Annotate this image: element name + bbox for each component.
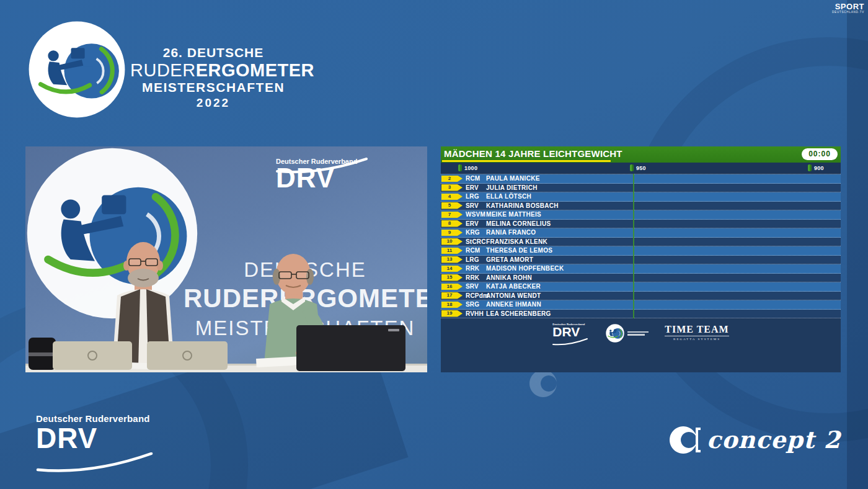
athlete-name: GRETA AMORT	[486, 256, 533, 263]
club-code: RVHH	[466, 310, 484, 317]
broadcaster-logo: SPORT DEUTSCHLAND.TV	[832, 3, 864, 14]
result-row: 8 ERV MELINA CORNELIUS	[441, 220, 841, 229]
result-row: 2 RCM PAULA MANICKE	[441, 174, 841, 184]
athlete-name: MELINA CORNELIUS	[486, 220, 551, 227]
lane-badge: 3	[441, 184, 463, 191]
background-shadow-edge	[847, 0, 868, 489]
rower-emblem-icon	[28, 20, 126, 119]
event-title-line3: MEISTERSCHAFTEN	[130, 80, 296, 95]
club-code: ERV	[466, 184, 479, 191]
footer-event-logo	[606, 324, 649, 343]
result-row: 15 RRK ANNIKA ROHN	[441, 274, 841, 283]
bottom-drv-logo: Deutscher Ruderverband DRV	[36, 413, 172, 473]
result-row: 4 LRG ELLA LÖTSCH	[441, 192, 841, 202]
laptop-left	[53, 341, 132, 370]
club-code: LRG	[466, 193, 479, 200]
athlete-name: MEIKE MATTHEIS	[486, 211, 541, 218]
lane-badge: 16	[441, 284, 463, 290]
result-row: 18 SRG ANNEKE IHMANN	[441, 300, 841, 310]
result-row: 9 KRG RANIA FRANCO	[441, 228, 841, 238]
scoreboard: MÄDCHEN 14 JAHRE LEICHTGEWICHT 00:00 100…	[441, 146, 841, 372]
drv-logo-text: DRV	[36, 425, 172, 452]
club-code: KRG	[466, 229, 480, 236]
scoreboard-footer: Deutscher Ruderverband DRV TIME TEAM REG…	[441, 318, 841, 372]
scoreboard-header: MÄDCHEN 14 JAHRE LEICHTGEWICHT 00:00	[441, 146, 841, 163]
lane-badge: 18	[441, 302, 463, 308]
athlete-name: KATJA ABECKER	[486, 283, 541, 290]
laptop-right	[296, 325, 405, 371]
result-rows: 2 RCM PAULA MANICKE 3 ERV JULIA DIETRICH…	[441, 174, 841, 318]
event-logo: 26. DEUTSCHE RUDERERGOMETER MEISTERSCHAF…	[28, 20, 294, 120]
lane-badge: 10	[441, 238, 463, 245]
event-title-line2: RUDERERGOMETER	[130, 60, 296, 80]
result-row: 14 RRK MADISON HOPFENBECK	[441, 264, 841, 274]
athlete-name: KATHARINA BOSBACH	[486, 202, 559, 209]
race-title: MÄDCHEN 14 JAHRE LEICHTGEWICHT	[444, 148, 622, 159]
result-row: 11 RCM THERESA DE LEMOS	[441, 246, 841, 256]
event-title-year: 2022	[130, 96, 296, 109]
club-code: WSVM	[466, 211, 485, 218]
athlete-name: ANNEKE IHMANN	[486, 301, 541, 308]
commentators-scene	[25, 146, 427, 372]
athlete-name: PAULA MANICKE	[486, 175, 540, 182]
athlete-name: THERESA DE LEMOS	[486, 247, 552, 254]
race-position-line	[633, 174, 634, 318]
timeteam-text: TIME TEAM	[665, 324, 728, 335]
athlete-name: FRANZISKA KLENK	[486, 238, 547, 245]
lane-badge: 11	[441, 248, 463, 254]
result-row: 16 SRV KATJA ABECKER	[441, 282, 841, 292]
club-code: StCRC	[466, 238, 486, 245]
event-logo-smalltext	[627, 330, 649, 337]
marker-label: 900	[814, 165, 824, 171]
result-row: 5 SRV KATHARINA BOSBACH	[441, 202, 841, 211]
drv-logo-text: DRV	[552, 326, 590, 338]
result-row: 10 StCRC FRANZISKA KLENK	[441, 238, 841, 247]
broadcaster-name: SPORT	[832, 3, 864, 11]
distance-markers: 1000 950 900	[441, 163, 841, 174]
athlete-name: MADISON HOPFENBECK	[486, 265, 564, 272]
marker-label: 950	[636, 165, 646, 171]
event-title: 26. DEUTSCHE RUDERERGOMETER MEISTERSCHAF…	[130, 45, 296, 109]
club-code: RCM	[466, 175, 480, 182]
laptop-middle	[147, 341, 228, 370]
footer-timeteam-logo: TIME TEAM REGATTA SYSTEMS	[665, 324, 728, 341]
video-feed: DEUTSCHE RUDERERGOMETER MEISTERSCHAFTEN …	[25, 146, 427, 372]
athlete-name: JULIA DIETRICH	[486, 184, 538, 191]
lane-badge: 19	[441, 310, 463, 317]
broadcaster-subname: DEUTSCHLAND.TV	[832, 11, 864, 14]
distance-marker: 950	[630, 164, 646, 171]
concept2-mark-icon	[670, 426, 702, 454]
lane-badge: 13	[441, 256, 463, 263]
thermos	[29, 338, 56, 370]
club-code: SRV	[466, 283, 479, 290]
club-code: RRK	[466, 265, 479, 272]
background-concept2-watermark	[528, 369, 562, 398]
club-code: RCPdm	[466, 292, 489, 299]
marker-flag-icon	[808, 164, 812, 171]
timeteam-subtext: REGATTA SYSTEMS	[665, 336, 728, 341]
rower-emblem-icon	[606, 324, 624, 343]
concept2-logo: concept 2	[670, 426, 841, 454]
race-timer: 00:00	[802, 148, 838, 160]
lane-badge: 14	[441, 266, 463, 272]
marker-label: 1000	[464, 165, 477, 171]
result-row: 3 ERV JULIA DIETRICH	[441, 184, 841, 193]
athlete-name: ANTONIA WENDT	[486, 292, 541, 299]
distance-marker: 900	[808, 164, 824, 171]
lane-badge: 9	[441, 230, 463, 236]
athlete-name: RANIA FRANCO	[486, 229, 536, 236]
club-code: RCM	[466, 247, 480, 254]
drv-swoosh-icon	[552, 338, 588, 346]
result-row: 19 RVHH LEA SCHERENBERG	[441, 310, 841, 319]
distance-marker: 1000	[458, 164, 477, 171]
lane-badge: 4	[441, 194, 463, 200]
race-title-underline	[442, 160, 611, 162]
result-row: 17 RCPdm ANTONIA WENDT	[441, 292, 841, 301]
result-row: 13 LRG GRETA AMORT	[441, 256, 841, 265]
lane-badge: 15	[441, 274, 463, 281]
club-code: ERV	[466, 220, 479, 227]
footer-drv-logo: Deutscher Ruderverband DRV	[552, 323, 590, 346]
club-code: SRV	[466, 202, 479, 209]
concept2-text: concept 2	[707, 426, 841, 454]
result-row: 7 WSVM MEIKE MATTHEIS	[441, 210, 841, 220]
